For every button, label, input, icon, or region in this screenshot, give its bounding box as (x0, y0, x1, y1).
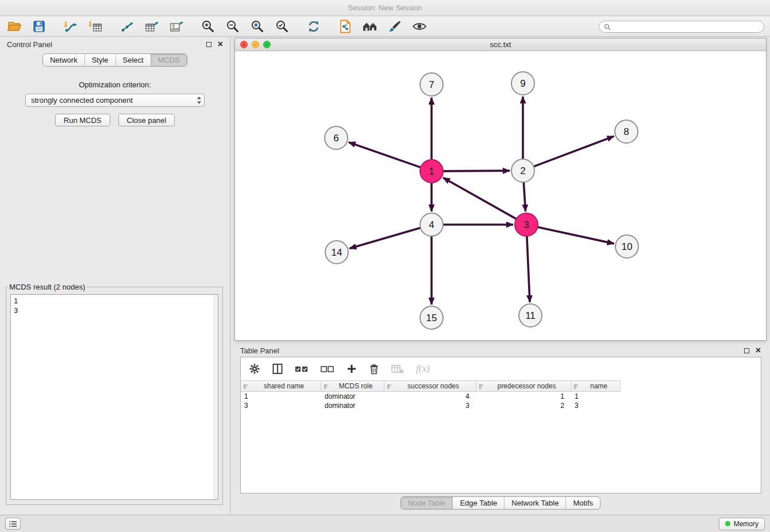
control-panel-title: Control Panel (7, 40, 52, 49)
control-panel: Control Panel × NetworkStyleSelectMCDS O… (0, 37, 230, 514)
tab-node-table[interactable]: Node Table (401, 497, 453, 509)
column-header-name[interactable]: name (571, 381, 621, 391)
table-cell: 3 (241, 402, 321, 410)
close-panel-button[interactable]: Close panel (118, 114, 175, 126)
import-network-button[interactable] (61, 18, 80, 35)
node-14[interactable]: 14 (325, 241, 348, 264)
memory-button[interactable]: Memory (719, 518, 765, 530)
sort-icon (324, 383, 330, 390)
refresh-layout-button[interactable] (304, 18, 324, 35)
mcds-result-text[interactable]: 13 (10, 294, 218, 500)
column-header-successor-nodes[interactable]: successor nodes (384, 381, 476, 391)
close-panel-icon[interactable]: × (218, 41, 223, 48)
float-table-panel-icon[interactable] (744, 348, 749, 353)
edge-3-11[interactable] (527, 236, 530, 302)
window-titlebar[interactable]: Session: New Session (0, 0, 770, 16)
list-icon (9, 521, 17, 527)
tab-motifs[interactable]: Motifs (565, 497, 600, 509)
search-box[interactable] (599, 21, 764, 33)
edge-2-8[interactable] (534, 136, 614, 167)
zoom-selected-button[interactable] (272, 18, 292, 35)
deselect-all-rows-button[interactable] (321, 364, 334, 373)
refresh-icon (306, 19, 321, 34)
select-all-rows-button[interactable] (295, 364, 309, 373)
optimization-criterion-label: Optimization criterion: (0, 80, 230, 89)
tab-mcds[interactable]: MCDS (151, 54, 187, 66)
window-close-icon[interactable]: × (240, 41, 248, 48)
sort-icon (573, 383, 580, 390)
window-zoom-icon[interactable]: + (263, 41, 271, 48)
table-row[interactable]: 3dominator323 (241, 401, 761, 410)
first-neighbors-button[interactable] (360, 18, 380, 35)
import-table-button[interactable] (86, 18, 105, 35)
edge-1-2[interactable] (443, 171, 510, 171)
column-visibility-button[interactable] (272, 363, 283, 375)
float-panel-icon[interactable] (206, 42, 211, 47)
panel-list-button[interactable] (5, 518, 21, 530)
columns-icon (272, 363, 283, 375)
node-2[interactable]: 2 (511, 159, 534, 182)
mcds-result-box: MCDS result (2 nodes) 13 (6, 283, 223, 505)
node-4[interactable]: 4 (420, 213, 443, 236)
column-header-shared-name[interactable]: shared name (241, 381, 321, 391)
table-row[interactable]: 1dominator411 (241, 392, 761, 401)
network-window-titlebar[interactable]: × – + scc.txt (235, 38, 766, 51)
column-header-predecessor-nodes[interactable]: predecessor nodes (476, 381, 571, 391)
tab-network-table[interactable]: Network Table (504, 497, 565, 509)
edge-1-6[interactable] (349, 142, 421, 168)
plus-icon (346, 364, 357, 374)
node-1[interactable]: 1 (420, 160, 443, 183)
zoom-fit-button[interactable] (248, 18, 267, 35)
tab-network[interactable]: Network (43, 54, 84, 66)
edge-4-14[interactable] (349, 228, 421, 249)
edge-3-1[interactable] (443, 178, 517, 219)
tab-select[interactable]: Select (116, 54, 151, 66)
result-scrollbar[interactable] (214, 295, 218, 499)
save-session-button[interactable] (29, 18, 49, 35)
show-details-button[interactable] (410, 18, 429, 35)
node-11[interactable]: 11 (519, 304, 542, 327)
gear-icon (249, 363, 260, 375)
paintbrush-icon (387, 20, 402, 33)
add-row-button[interactable] (346, 364, 357, 374)
column-header-MCDS-role[interactable]: MCDS role (321, 381, 384, 391)
zoom-fit-icon (250, 19, 265, 34)
run-mcds-button[interactable]: Run MCDS (55, 114, 110, 126)
open-session-button[interactable] (5, 18, 24, 35)
node-7[interactable]: 7 (420, 73, 443, 96)
table-header-row: shared nameMCDS rolesuccessor nodesprede… (241, 380, 621, 392)
tab-style[interactable]: Style (84, 54, 116, 66)
table-settings-button[interactable] (249, 363, 260, 375)
tab-edge-table[interactable]: Edge Table (452, 497, 504, 509)
control-panel-tabs: NetworkStyleSelectMCDS (43, 53, 187, 67)
delete-table-button[interactable] (391, 364, 404, 374)
edge-2-3[interactable] (523, 182, 525, 211)
node-8[interactable]: 8 (615, 120, 638, 143)
network-canvas[interactable]: 7968124314101511 (235, 51, 766, 340)
function-builder-button[interactable]: f(x) (416, 363, 430, 375)
close-table-panel-icon[interactable]: × (756, 347, 761, 354)
node-9[interactable]: 9 (511, 72, 534, 95)
zoom-in-button[interactable] (198, 18, 218, 35)
delete-row-button[interactable] (369, 363, 379, 375)
svg-text:3: 3 (523, 219, 529, 230)
export-network-icon (120, 20, 134, 33)
node-6[interactable]: 6 (325, 126, 348, 149)
table-cell: 3 (571, 402, 621, 410)
export-image-button[interactable] (167, 18, 186, 35)
svg-text:14: 14 (332, 247, 342, 258)
criterion-select[interactable]: strongly connected component (25, 94, 205, 107)
node-10[interactable]: 10 (615, 235, 638, 258)
edge-3-10[interactable] (538, 227, 614, 244)
node-15[interactable]: 15 (420, 306, 443, 329)
eye-icon (411, 20, 428, 33)
export-network-button[interactable] (117, 18, 137, 35)
zoom-out-button[interactable] (223, 18, 242, 35)
import-network-icon (63, 20, 78, 33)
window-minimize-icon[interactable]: – (252, 41, 259, 48)
export-table-button[interactable] (142, 18, 161, 35)
search-input[interactable] (614, 23, 759, 31)
apply-style-button[interactable] (385, 18, 405, 35)
copy-network-button[interactable] (336, 18, 355, 35)
node-3[interactable]: 3 (515, 213, 538, 236)
